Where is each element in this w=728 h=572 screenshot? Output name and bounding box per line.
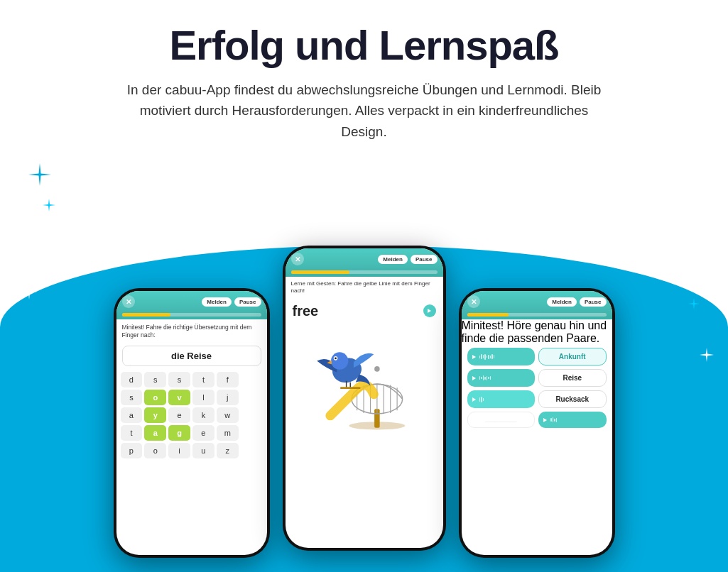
right-progress-fill: [467, 313, 509, 317]
left-pause-btn[interactable]: Pause: [234, 297, 261, 307]
right-melden-btn[interactable]: Melden: [547, 297, 577, 307]
key-v[interactable]: v: [168, 390, 190, 405]
svg-marker-20: [472, 355, 476, 359]
wave-2: [479, 375, 531, 381]
key-o2[interactable]: o: [144, 443, 166, 458]
right-instruction: Minitest! Höre genau hin und finde die p…: [462, 319, 612, 345]
right-close-btn[interactable]: ✕: [467, 295, 480, 308]
wave-4: [550, 417, 602, 423]
key-placeholder3: [241, 407, 263, 423]
right-top-bar: ✕ Melden Pause: [462, 291, 612, 311]
left-melden-btn[interactable]: Melden: [202, 297, 232, 307]
key-t2[interactable]: t: [121, 425, 143, 441]
svg-marker-21: [472, 376, 476, 380]
key-j[interactable]: j: [217, 390, 239, 405]
bird-cage-svg: [286, 322, 443, 436]
center-pause-btn[interactable]: Pause: [411, 255, 438, 264]
center-progress-fill: [291, 270, 349, 274]
key-placeholder1: [241, 372, 263, 387]
wave-3: [479, 397, 531, 402]
svg-marker-22: [472, 397, 476, 402]
left-progress-bg: [122, 313, 261, 317]
key-i[interactable]: i: [168, 443, 190, 458]
key-s3[interactable]: s: [121, 390, 143, 405]
phone-right: ✕ Melden Pause Minitest! Höre genau hin …: [459, 288, 615, 558]
right-pause-btn[interactable]: Pause: [580, 297, 607, 307]
audio-btn-1[interactable]: [467, 348, 536, 365]
key-p[interactable]: p: [121, 443, 143, 458]
center-progress-wrap: [286, 268, 443, 277]
left-btn-group: Melden Pause: [202, 297, 261, 307]
svg-rect-19: [340, 387, 360, 389]
key-s1[interactable]: s: [144, 372, 166, 387]
phone-center-screen: ✕ Melden Pause Lerne mit Gesten: Fahre d…: [286, 248, 443, 548]
svg-marker-0: [428, 309, 431, 313]
key-z[interactable]: z: [217, 443, 239, 458]
phone-right-screen: ✕ Melden Pause Minitest! Höre genau hin …: [462, 291, 612, 555]
phone-left-screen: ✕ Melden Pause Minitest! Fahre die richt…: [116, 291, 267, 555]
svg-point-11: [374, 366, 380, 372]
audio-btn-2[interactable]: [467, 369, 536, 387]
key-g[interactable]: g: [168, 425, 190, 441]
pair-text-empty: __________: [467, 412, 536, 428]
center-btn-group: Melden Pause: [378, 255, 437, 264]
left-progress-fill: [122, 313, 171, 317]
audio-btn-3[interactable]: [467, 390, 536, 408]
key-s2[interactable]: s: [168, 372, 190, 387]
wave-1: [479, 354, 531, 360]
left-word-box: die Reise: [122, 346, 261, 366]
key-y[interactable]: y: [144, 407, 166, 423]
key-placeholder4: [241, 425, 263, 441]
key-a1[interactable]: a: [121, 407, 143, 423]
pair-text-rucksack[interactable]: Rucksack: [538, 390, 607, 408]
svg-point-13: [330, 352, 347, 369]
svg-marker-23: [543, 418, 547, 422]
phones-row: ✕ Melden Pause Minitest! Fahre die richt…: [0, 246, 728, 572]
sparkle-left-small: [43, 199, 55, 211]
center-close-btn[interactable]: ✕: [291, 253, 304, 265]
center-illustration: [286, 322, 443, 436]
center-instruction: Lerne mit Gesten: Fahre die gelbe Linie …: [286, 277, 443, 297]
right-progress-bg: [467, 313, 607, 317]
key-d[interactable]: d: [121, 372, 143, 387]
page-title: Erfolg und Lernspaß: [0, 23, 728, 68]
key-m[interactable]: m: [217, 425, 239, 441]
phone-left: ✕ Melden Pause Minitest! Fahre die richt…: [114, 288, 270, 558]
left-close-btn[interactable]: ✕: [122, 295, 135, 308]
key-o[interactable]: o: [144, 390, 166, 405]
header: Erfolg und Lernspaß In der cabuu-App fin…: [0, 0, 728, 149]
center-word-area: free: [286, 297, 443, 322]
page-subtitle: In der cabuu-App findest du abwechslungs…: [123, 79, 606, 142]
key-l[interactable]: l: [192, 390, 214, 405]
key-t1[interactable]: t: [192, 372, 214, 387]
left-keyboard: d s s t f s o v l j a y e k w t a: [116, 369, 267, 461]
key-f[interactable]: f: [217, 372, 239, 387]
center-melden-btn[interactable]: Melden: [378, 255, 408, 264]
center-word: free: [293, 303, 319, 319]
key-e1[interactable]: e: [168, 407, 190, 423]
left-progress-wrap: [116, 311, 267, 319]
audio-btn-4[interactable]: [538, 412, 607, 428]
key-e2[interactable]: e: [192, 425, 214, 441]
center-progress-bg: [291, 270, 438, 274]
center-top-bar: ✕ Melden Pause: [286, 248, 443, 268]
left-instruction: Minitest! Fahre die richtige Übersetzung…: [116, 319, 267, 343]
key-a2[interactable]: a: [144, 425, 166, 441]
key-placeholder2: [241, 390, 263, 405]
key-w[interactable]: w: [217, 407, 239, 423]
right-pairs-grid: Ankunft Reise: [462, 345, 612, 431]
key-placeholder5: [241, 443, 263, 458]
sparkle-top-left: [28, 163, 51, 186]
phone-center: ✕ Melden Pause Lerne mit Gesten: Fahre d…: [283, 246, 446, 551]
right-btn-group: Melden Pause: [547, 297, 606, 307]
key-k[interactable]: k: [192, 407, 214, 423]
pair-text-ankunft[interactable]: Ankunft: [538, 348, 607, 365]
svg-point-16: [335, 357, 337, 359]
left-top-bar: ✕ Melden Pause: [116, 291, 267, 311]
center-audio-icon[interactable]: [423, 304, 436, 317]
key-u[interactable]: u: [192, 443, 214, 458]
right-progress-wrap: [462, 311, 612, 319]
pair-text-reise[interactable]: Reise: [538, 369, 607, 387]
